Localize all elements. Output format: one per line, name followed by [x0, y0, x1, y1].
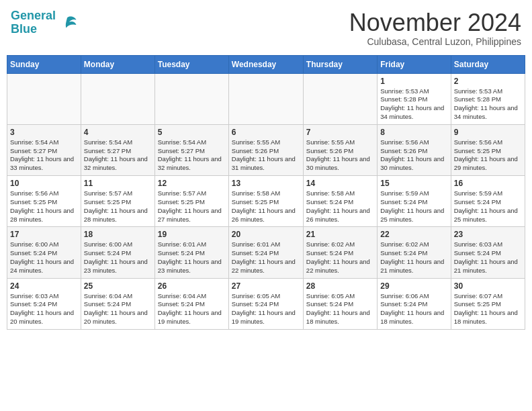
logo-text: General	[11, 9, 56, 22]
col-header-thursday: Thursday	[303, 55, 377, 73]
day-info: Sunrise: 5:57 AM Sunset: 5:25 PM Dayligh…	[158, 189, 226, 224]
day-number: 30	[454, 281, 522, 291]
day-info: Sunrise: 5:55 AM Sunset: 5:26 PM Dayligh…	[306, 138, 374, 173]
day-info: Sunrise: 6:02 AM Sunset: 5:24 PM Dayligh…	[380, 240, 447, 275]
calendar-cell: 20Sunrise: 6:01 AM Sunset: 5:24 PM Dayli…	[228, 227, 303, 278]
day-number: 8	[380, 128, 447, 137]
calendar-week-1: 1Sunrise: 5:53 AM Sunset: 5:28 PM Daylig…	[7, 73, 525, 124]
day-number: 9	[454, 128, 522, 137]
day-info: Sunrise: 6:05 AM Sunset: 5:24 PM Dayligh…	[306, 292, 374, 326]
calendar-cell: 11Sunrise: 5:57 AM Sunset: 5:25 PM Dayli…	[81, 176, 154, 227]
calendar-cell: 29Sunrise: 6:06 AM Sunset: 5:24 PM Dayli…	[378, 278, 451, 329]
calendar-week-3: 10Sunrise: 5:56 AM Sunset: 5:25 PM Dayli…	[7, 176, 525, 227]
col-header-sunday: Sunday	[7, 55, 81, 73]
calendar-week-5: 24Sunrise: 6:03 AM Sunset: 5:24 PM Dayli…	[7, 278, 525, 329]
day-info: Sunrise: 5:53 AM Sunset: 5:28 PM Dayligh…	[454, 87, 522, 122]
day-number: 5	[158, 128, 226, 137]
calendar-cell: 6Sunrise: 5:55 AM Sunset: 5:26 PM Daylig…	[228, 124, 303, 175]
calendar-cell: 30Sunrise: 6:07 AM Sunset: 5:25 PM Dayli…	[451, 278, 525, 329]
calendar-cell: 25Sunrise: 6:04 AM Sunset: 5:24 PM Dayli…	[81, 278, 154, 329]
location-text: Culubasa, Central Luzon, Philippines	[349, 36, 521, 47]
calendar-cell: 24Sunrise: 6:03 AM Sunset: 5:24 PM Dayli…	[7, 278, 81, 329]
day-info: Sunrise: 5:56 AM Sunset: 5:25 PM Dayligh…	[454, 138, 522, 173]
day-number: 22	[380, 230, 447, 239]
calendar-cell: 26Sunrise: 6:04 AM Sunset: 5:24 PM Dayli…	[154, 278, 228, 329]
day-number: 17	[10, 230, 78, 239]
calendar-cell: 8Sunrise: 5:56 AM Sunset: 5:26 PM Daylig…	[378, 124, 451, 175]
calendar-cell: 21Sunrise: 6:02 AM Sunset: 5:24 PM Dayli…	[303, 227, 377, 278]
day-number: 15	[380, 179, 447, 188]
day-info: Sunrise: 6:02 AM Sunset: 5:24 PM Dayligh…	[306, 240, 374, 275]
logo: General Blue	[11, 9, 77, 36]
day-info: Sunrise: 6:06 AM Sunset: 5:24 PM Dayligh…	[380, 292, 447, 326]
calendar-cell: 27Sunrise: 6:05 AM Sunset: 5:24 PM Dayli…	[228, 278, 303, 329]
day-number: 11	[84, 179, 152, 188]
day-info: Sunrise: 5:53 AM Sunset: 5:28 PM Dayligh…	[380, 87, 447, 122]
calendar-cell	[7, 73, 81, 124]
calendar-week-2: 3Sunrise: 5:54 AM Sunset: 5:27 PM Daylig…	[7, 124, 525, 175]
calendar-cell: 15Sunrise: 5:59 AM Sunset: 5:24 PM Dayli…	[378, 176, 451, 227]
day-info: Sunrise: 5:55 AM Sunset: 5:26 PM Dayligh…	[232, 138, 300, 173]
day-number: 12	[158, 179, 226, 188]
col-header-monday: Monday	[81, 55, 154, 73]
calendar-cell: 19Sunrise: 6:01 AM Sunset: 5:24 PM Dayli…	[154, 227, 228, 278]
day-number: 16	[454, 179, 522, 188]
calendar-cell: 28Sunrise: 6:05 AM Sunset: 5:24 PM Dayli…	[303, 278, 377, 329]
day-info: Sunrise: 5:58 AM Sunset: 5:24 PM Dayligh…	[306, 189, 374, 224]
calendar-cell: 1Sunrise: 5:53 AM Sunset: 5:28 PM Daylig…	[378, 73, 451, 124]
calendar-header-row: SundayMondayTuesdayWednesdayThursdayFrid…	[7, 55, 525, 73]
day-info: Sunrise: 6:05 AM Sunset: 5:24 PM Dayligh…	[232, 292, 300, 326]
col-header-saturday: Saturday	[451, 55, 525, 73]
logo-bird-icon	[57, 13, 77, 33]
calendar-cell: 2Sunrise: 5:53 AM Sunset: 5:28 PM Daylig…	[451, 73, 525, 124]
day-number: 27	[232, 281, 300, 291]
day-number: 10	[10, 179, 78, 188]
calendar-cell: 12Sunrise: 5:57 AM Sunset: 5:25 PM Dayli…	[154, 176, 228, 227]
calendar-cell: 7Sunrise: 5:55 AM Sunset: 5:26 PM Daylig…	[303, 124, 377, 175]
logo-general: General	[11, 9, 56, 22]
title-block: November 2024 Culubasa, Central Luzon, P…	[349, 9, 521, 47]
day-number: 29	[380, 281, 447, 291]
day-number: 19	[158, 230, 226, 239]
day-number: 6	[232, 128, 300, 137]
day-info: Sunrise: 6:04 AM Sunset: 5:24 PM Dayligh…	[158, 292, 226, 326]
day-info: Sunrise: 5:57 AM Sunset: 5:25 PM Dayligh…	[84, 189, 152, 224]
day-number: 24	[10, 281, 78, 291]
day-info: Sunrise: 6:03 AM Sunset: 5:24 PM Dayligh…	[10, 292, 78, 326]
day-info: Sunrise: 6:04 AM Sunset: 5:24 PM Dayligh…	[84, 292, 152, 326]
calendar-cell	[228, 73, 303, 124]
calendar-cell: 5Sunrise: 5:54 AM Sunset: 5:27 PM Daylig…	[154, 124, 228, 175]
day-number: 26	[158, 281, 226, 291]
calendar-cell: 16Sunrise: 5:59 AM Sunset: 5:24 PM Dayli…	[451, 176, 525, 227]
col-header-tuesday: Tuesday	[154, 55, 228, 73]
day-number: 3	[10, 128, 78, 137]
day-number: 7	[306, 128, 374, 137]
day-info: Sunrise: 6:07 AM Sunset: 5:25 PM Dayligh…	[454, 292, 522, 326]
calendar-week-4: 17Sunrise: 6:00 AM Sunset: 5:24 PM Dayli…	[7, 227, 525, 278]
page-header: General Blue November 2024 Culubasa, Cen…	[7, 7, 525, 50]
day-number: 13	[232, 179, 300, 188]
calendar-cell: 3Sunrise: 5:54 AM Sunset: 5:27 PM Daylig…	[7, 124, 81, 175]
day-number: 25	[84, 281, 152, 291]
calendar-table: SundayMondayTuesdayWednesdayThursdayFrid…	[7, 55, 525, 330]
calendar-cell: 23Sunrise: 6:03 AM Sunset: 5:24 PM Dayli…	[451, 227, 525, 278]
day-number: 18	[84, 230, 152, 239]
day-info: Sunrise: 5:56 AM Sunset: 5:26 PM Dayligh…	[380, 138, 447, 173]
day-info: Sunrise: 6:01 AM Sunset: 5:24 PM Dayligh…	[158, 240, 226, 275]
calendar-cell: 4Sunrise: 5:54 AM Sunset: 5:27 PM Daylig…	[81, 124, 154, 175]
day-info: Sunrise: 5:58 AM Sunset: 5:25 PM Dayligh…	[232, 189, 300, 224]
calendar-cell: 18Sunrise: 6:00 AM Sunset: 5:24 PM Dayli…	[81, 227, 154, 278]
day-number: 2	[454, 77, 522, 86]
calendar-cell: 17Sunrise: 6:00 AM Sunset: 5:24 PM Dayli…	[7, 227, 81, 278]
day-number: 28	[306, 281, 374, 291]
calendar-cell: 9Sunrise: 5:56 AM Sunset: 5:25 PM Daylig…	[451, 124, 525, 175]
calendar-cell: 13Sunrise: 5:58 AM Sunset: 5:25 PM Dayli…	[228, 176, 303, 227]
calendar-cell	[303, 73, 377, 124]
day-number: 4	[84, 128, 152, 137]
day-info: Sunrise: 5:59 AM Sunset: 5:24 PM Dayligh…	[454, 189, 522, 224]
day-info: Sunrise: 6:00 AM Sunset: 5:24 PM Dayligh…	[10, 240, 78, 275]
day-number: 14	[306, 179, 374, 188]
day-info: Sunrise: 5:59 AM Sunset: 5:24 PM Dayligh…	[380, 189, 447, 224]
day-number: 23	[454, 230, 522, 239]
day-number: 21	[306, 230, 374, 239]
